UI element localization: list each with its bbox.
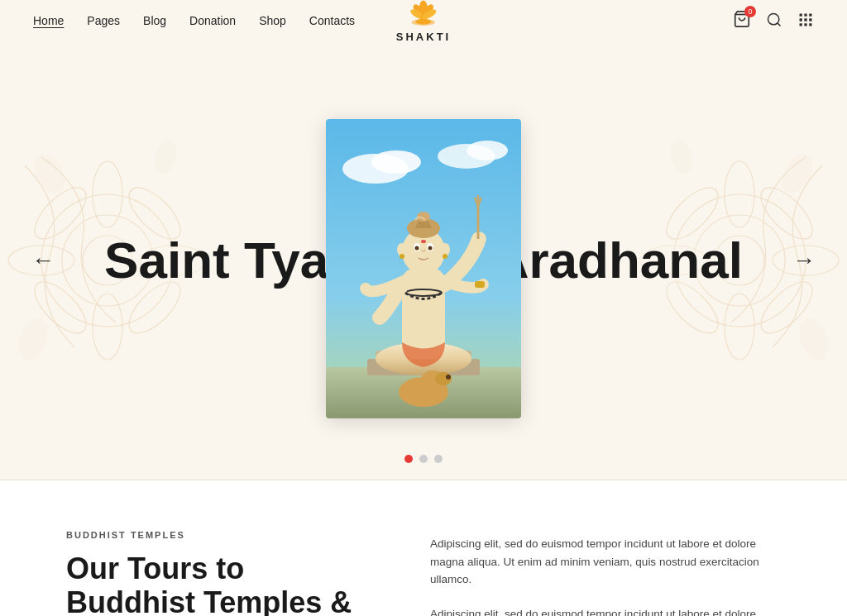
- svg-point-65: [421, 240, 426, 243]
- svg-point-45: [795, 315, 832, 362]
- svg-point-69: [443, 254, 447, 259]
- svg-rect-15: [809, 18, 811, 21]
- nav-donation[interactable]: Donation: [189, 14, 236, 27]
- logo-icon: [404, 0, 443, 29]
- grid-menu-button[interactable]: [797, 12, 814, 31]
- slider-dots: [404, 455, 443, 463]
- cart-badge: 0: [744, 6, 756, 17]
- svg-point-68: [400, 254, 404, 259]
- cart-button[interactable]: 0: [733, 10, 751, 31]
- svg-point-30: [29, 150, 71, 198]
- svg-rect-18: [809, 23, 811, 26]
- search-button[interactable]: [766, 12, 782, 31]
- svg-point-78: [446, 375, 451, 380]
- section-tag: BUDDHIST TEMPLES: [66, 530, 380, 540]
- svg-point-51: [467, 141, 508, 160]
- svg-rect-74: [475, 281, 485, 288]
- main-nav: Home Pages Blog Donation Shop Contacts: [33, 14, 355, 27]
- section-left: BUDDHIST TEMPLES Our Tours to Buddhist T…: [66, 530, 380, 616]
- section-para-1: Adipiscing elit, sed do euismod tempor i…: [430, 535, 781, 589]
- section-para-2: Adipiscing elit, sed do euismod tempor i…: [430, 605, 781, 616]
- section-right: Adipiscing elit, sed do euismod tempor i…: [430, 530, 781, 616]
- hero-statue-svg: [326, 119, 521, 418]
- svg-point-31: [14, 315, 51, 362]
- hero-section: Saint Tyagaraja Aradhanal ←: [0, 41, 847, 480]
- dot-3[interactable]: [434, 455, 443, 463]
- svg-point-8: [768, 13, 779, 24]
- content-section: BUDDHIST TEMPLES Our Tours to Buddhist T…: [0, 480, 847, 616]
- logo-text: SHAKTI: [396, 31, 451, 43]
- nav-shop[interactable]: Shop: [259, 14, 286, 27]
- nav-blog[interactable]: Blog: [143, 14, 166, 27]
- svg-rect-13: [800, 18, 802, 21]
- section-title: Our Tours to Buddhist Temples & Monaster…: [66, 552, 380, 616]
- dot-2[interactable]: [419, 455, 428, 463]
- svg-point-63: [415, 246, 419, 251]
- svg-rect-12: [809, 13, 811, 16]
- nav-pages[interactable]: Pages: [87, 14, 120, 27]
- svg-point-49: [371, 150, 421, 174]
- svg-point-37: [725, 294, 754, 360]
- svg-point-6: [415, 19, 431, 24]
- search-icon: [766, 12, 782, 28]
- svg-point-32: [151, 139, 179, 176]
- prev-slide-button[interactable]: ←: [25, 241, 61, 280]
- svg-rect-17: [804, 23, 806, 26]
- hero-image: [326, 119, 521, 418]
- site-header: Home Pages Blog Donation Shop Contacts S…: [0, 0, 847, 41]
- svg-rect-11: [804, 13, 806, 16]
- svg-rect-14: [804, 18, 806, 21]
- svg-point-36: [725, 161, 754, 227]
- svg-line-9: [778, 22, 781, 26]
- site-logo[interactable]: SHAKTI: [396, 0, 451, 43]
- next-slide-button[interactable]: →: [786, 241, 822, 280]
- svg-point-64: [428, 246, 433, 251]
- grid-icon: [797, 12, 814, 28]
- svg-rect-10: [800, 13, 802, 16]
- nav-home[interactable]: Home: [33, 14, 64, 27]
- nav-contacts[interactable]: Contacts: [309, 14, 355, 27]
- dot-1[interactable]: [404, 455, 413, 463]
- header-actions: 0: [733, 10, 814, 31]
- svg-point-23: [93, 294, 122, 360]
- svg-rect-16: [800, 23, 802, 26]
- svg-point-22: [93, 161, 122, 227]
- svg-point-46: [668, 139, 696, 176]
- svg-point-44: [777, 150, 819, 198]
